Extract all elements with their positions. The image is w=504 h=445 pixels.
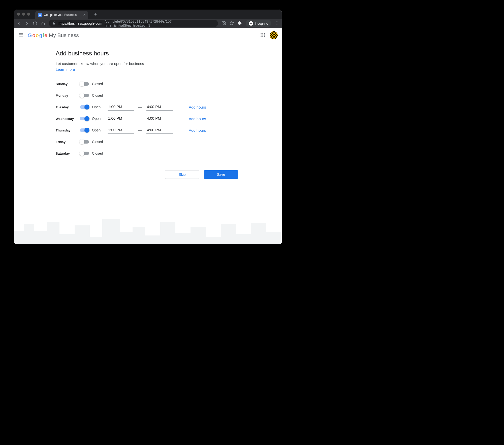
- cityscape-decoration: [14, 212, 282, 244]
- toggle-knob: [79, 81, 84, 86]
- day-name: Thursday: [56, 128, 80, 132]
- nav-forward-icon[interactable]: [25, 21, 29, 26]
- day-status: Closed: [92, 93, 105, 97]
- lock-icon: [52, 21, 56, 26]
- day-row-tuesday: TuesdayOpen—Add hours: [56, 101, 242, 113]
- nav-back-icon[interactable]: [17, 21, 21, 26]
- svg-point-4: [277, 21, 277, 22]
- day-toggle[interactable]: [80, 152, 89, 155]
- day-toggle[interactable]: [80, 105, 89, 109]
- eye-off-icon[interactable]: [222, 21, 226, 26]
- menu-icon[interactable]: [18, 32, 24, 39]
- time-separator: —: [138, 105, 142, 109]
- window-controls[interactable]: [17, 13, 30, 16]
- window-min-dot[interactable]: [22, 13, 25, 16]
- window-max-dot[interactable]: [27, 13, 30, 16]
- toggle-knob: [79, 139, 84, 144]
- address-bar[interactable]: https://business.google.com/complete/l/0…: [49, 20, 218, 27]
- day-toggle[interactable]: [80, 82, 89, 86]
- add-hours-link[interactable]: Add hours: [189, 117, 206, 121]
- toggle-knob: [84, 105, 89, 110]
- google-my-business-logo[interactable]: Google My Business: [28, 32, 79, 38]
- page-subtitle: Let customers know when you are open for…: [56, 61, 282, 66]
- open-time-input[interactable]: [108, 104, 134, 111]
- day-toggle[interactable]: [80, 128, 89, 132]
- browser-toolbar: https://business.google.com/complete/l/0…: [14, 19, 282, 28]
- open-time-input[interactable]: [108, 115, 134, 122]
- learn-more-link[interactable]: Learn more: [56, 67, 75, 72]
- day-name: Monday: [56, 94, 80, 97]
- product-name: My Business: [49, 32, 79, 38]
- page-title: Add business hours: [56, 50, 282, 57]
- main-content: Add business hours Let customers know wh…: [14, 42, 282, 179]
- incognito-badge[interactable]: Incognito: [246, 20, 271, 27]
- close-time-input[interactable]: [146, 127, 173, 134]
- day-status: Open: [92, 117, 105, 121]
- toggle-knob: [84, 128, 89, 133]
- google-apps-icon[interactable]: [261, 33, 266, 38]
- tab-title: Complete your Business Profile: [44, 13, 81, 17]
- toggle-knob: [79, 151, 84, 156]
- day-row-monday: MondayClosed: [56, 90, 242, 101]
- close-time-input[interactable]: [146, 115, 173, 122]
- business-hours-list: SundayClosedMondayClosedTuesdayOpen—Add …: [56, 78, 242, 159]
- day-row-saturday: SaturdayClosed: [56, 148, 242, 159]
- svg-point-3: [251, 23, 252, 24]
- window-close-dot[interactable]: [17, 13, 20, 16]
- time-separator: —: [138, 128, 142, 132]
- account-avatar[interactable]: [270, 31, 278, 39]
- day-status: Open: [92, 128, 105, 132]
- day-name: Friday: [56, 140, 80, 144]
- url-path: /complete/l/07810351168497172844/s/10?hl…: [105, 20, 215, 27]
- toggle-knob: [84, 116, 89, 121]
- day-row-wednesday: WednesdayOpen—Add hours: [56, 113, 242, 124]
- tab-favicon-icon: ▣: [38, 13, 42, 17]
- nav-reload-icon[interactable]: [33, 21, 37, 26]
- day-row-sunday: SundayClosed: [56, 78, 242, 90]
- day-row-friday: FridayClosed: [56, 136, 242, 148]
- extensions-icon[interactable]: [238, 21, 242, 26]
- day-toggle[interactable]: [80, 140, 89, 144]
- add-hours-link[interactable]: Add hours: [189, 128, 206, 132]
- day-status: Open: [92, 105, 105, 109]
- day-status: Closed: [92, 151, 105, 155]
- star-icon[interactable]: [230, 21, 234, 26]
- toggle-knob: [79, 93, 84, 98]
- kebab-menu-icon[interactable]: [275, 21, 279, 26]
- time-separator: —: [138, 117, 142, 121]
- incognito-icon: [249, 21, 253, 26]
- day-name: Saturday: [56, 152, 80, 155]
- day-name: Sunday: [56, 82, 80, 86]
- add-hours-link[interactable]: Add hours: [189, 105, 206, 109]
- browser-tab[interactable]: ▣ Complete your Business Profile ✕: [35, 11, 88, 19]
- svg-point-2: [250, 23, 251, 24]
- day-status: Closed: [92, 140, 105, 144]
- svg-marker-1: [230, 21, 234, 25]
- day-row-thursday: ThursdayOpen—Add hours: [56, 124, 242, 136]
- tab-close-icon[interactable]: ✕: [83, 13, 86, 17]
- page-content: Google My Business Add business hours Le…: [14, 28, 282, 244]
- svg-point-5: [277, 23, 277, 23]
- day-toggle[interactable]: [80, 117, 89, 120]
- skip-button[interactable]: Skip: [165, 170, 199, 179]
- toolbar-right: Incognito: [222, 20, 279, 27]
- svg-point-6: [277, 24, 277, 25]
- app-header: Google My Business: [14, 28, 282, 42]
- open-time-input[interactable]: [108, 127, 134, 134]
- incognito-label: Incognito: [255, 22, 268, 25]
- form-actions: Skip Save: [56, 170, 238, 179]
- day-status: Closed: [92, 82, 105, 86]
- new-tab-button[interactable]: ＋: [93, 11, 98, 17]
- day-toggle[interactable]: [80, 94, 89, 97]
- nav-home-icon[interactable]: [41, 21, 45, 26]
- day-name: Tuesday: [56, 105, 80, 109]
- browser-window: ▣ Complete your Business Profile ✕ ＋ htt…: [14, 10, 282, 244]
- close-time-input[interactable]: [146, 104, 173, 111]
- url-host: https://business.google.com: [58, 21, 102, 25]
- day-name: Wednesday: [56, 117, 80, 121]
- titlebar: ▣ Complete your Business Profile ✕ ＋: [14, 10, 282, 19]
- save-button[interactable]: Save: [204, 170, 238, 179]
